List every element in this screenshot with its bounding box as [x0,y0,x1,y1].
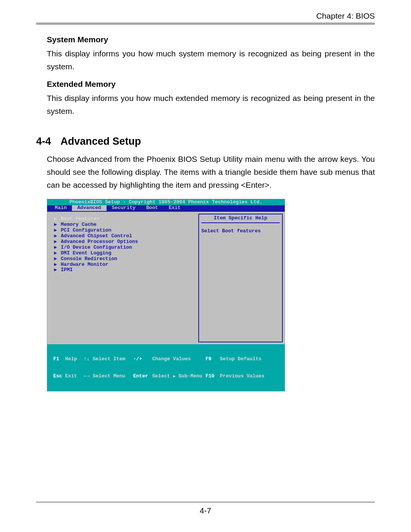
bios-menu-item-hardware-monitor[interactable]: ▶ Hardware Monitor [54,262,195,268]
bios-menu-item-advanced-processor-options[interactable]: ▶ Advanced Processor Options [54,239,195,245]
bios-footer-row: Esc Exit ←→ Select Menu Enter Select ▶ S… [53,374,282,379]
bios-menu-label: Hardware Monitor [61,262,108,267]
system-memory-body: This display informs you how much system… [47,47,375,73]
bios-menu-item-advanced-chipset-control[interactable]: ▶ Advanced Chipset Control [54,233,195,239]
system-memory-heading: System Memory [47,35,375,44]
bios-menu-label: Boot Features [61,216,99,222]
bios-menu-item-memory-cache[interactable]: ▶ Memory Cache [54,222,195,228]
bios-menu-label: PCI Configuration [61,227,112,233]
submenu-triangle-icon: ▶ [54,216,58,222]
bios-menu-label: Console Redirection [61,256,117,262]
footer-action: Help [65,356,77,362]
bios-help-text: Select Boot features [201,228,280,234]
bios-tab-advanced[interactable]: Advanced [72,205,106,211]
bios-tab-main[interactable]: Main [49,205,72,211]
bios-title-bar: PhoenixBIOS Setup - Copyright 1985-2004 … [47,199,285,205]
section-number: 4-4 [36,136,61,147]
footer-action: Select Item [92,356,125,362]
footer-key: ←→ [84,373,90,379]
footer-action: Previous Values [220,373,264,379]
footer-key: F10 [206,373,214,379]
bios-menu-item-io-device-configuration[interactable]: ▶ I/O Device Configuration [54,245,195,251]
footer-rule [36,502,375,502]
submenu-triangle-icon: ▶ [54,267,58,273]
footer-key: ↑↓ [84,356,90,362]
section-heading: Advanced Setup [61,136,141,147]
section-title: 4-4Advanced Setup [36,136,375,147]
bios-footer-row: F1 Help ↑↓ Select Item -/+ Change Values… [53,356,282,362]
footer-action: Change Values [152,356,191,362]
submenu-triangle-icon: ▶ [54,222,58,228]
bios-menu-label: DMI Event Logging [61,250,112,256]
bios-menu-item-dmi-event-logging[interactable]: ▶ DMI Event Logging [54,251,195,256]
bios-menu-label: IPMI [61,267,73,273]
bios-menu-label: Memory Cache [61,222,97,227]
bios-help-title: Item Specific Help [201,216,280,223]
bios-menu-item-console-redirection[interactable]: ▶ Console Redirection [54,256,195,262]
bios-screenshot: PhoenixBIOS Setup - Copyright 1985-2004 … [47,199,285,391]
footer-key: Esc [53,373,62,379]
footer-action: Setup Defaults [220,356,261,362]
bios-menu-label: I/O Device Configuration [61,244,132,250]
footer-key: F1 [53,356,59,362]
submenu-triangle-icon: ▶ [54,233,58,239]
advanced-setup-body: Choose Advanced from the Phoenix BIOS Se… [47,153,375,191]
footer-action: Select Menu [92,373,125,379]
submenu-triangle-icon: ▶ [54,228,58,233]
footer-action: Sub-Menu [178,373,202,379]
bios-menu-item-ipmi[interactable]: ▶ IPMI [54,267,195,273]
bios-menu-item-pci-configuration[interactable]: ▶ PCI Configuration [54,228,195,233]
bios-menu-panel: ▶ Boot Features ▶ Memory Cache ▶ PCI Con… [47,212,198,344]
bios-menu-label: Advanced Processor Options [61,239,138,244]
page-number: 4-7 [36,506,375,515]
bios-footer: F1 Help ↑↓ Select Item -/+ Change Values… [47,344,285,391]
bios-menu-label: Advanced Chipset Control [61,233,132,239]
bios-tab-security[interactable]: Security [107,205,141,211]
chapter-header: Chapter 4: BIOS [36,11,375,21]
submenu-triangle-icon: ▶ [54,256,58,262]
footer-key: -/+ [133,356,142,362]
header-rule [36,23,375,24]
bios-tab-exit[interactable]: Exit [163,205,186,211]
bios-tab-bar: Main Advanced Security Boot Exit [47,205,285,212]
submenu-triangle-icon: ▶ [54,262,58,268]
bios-tab-boot[interactable]: Boot [141,205,163,211]
footer-key: Enter [133,373,148,379]
extended-memory-heading: Extended Memory [47,80,375,89]
bios-body: ▶ Boot Features ▶ Memory Cache ▶ PCI Con… [47,212,285,344]
extended-memory-body: This display informs you how much extend… [47,92,375,117]
submenu-triangle-icon: ▶ [54,245,58,251]
submenu-triangle-icon: ▶ [173,374,176,379]
footer-key: F9 [206,356,212,362]
submenu-triangle-icon: ▶ [54,239,58,245]
footer-action: Select [152,373,170,379]
bios-help-panel: Item Specific Help Select Boot features [198,214,283,342]
submenu-triangle-icon: ▶ [54,251,58,256]
bios-menu-item-boot-features[interactable]: ▶ Boot Features [54,216,195,222]
footer-action: Exit [65,373,77,379]
